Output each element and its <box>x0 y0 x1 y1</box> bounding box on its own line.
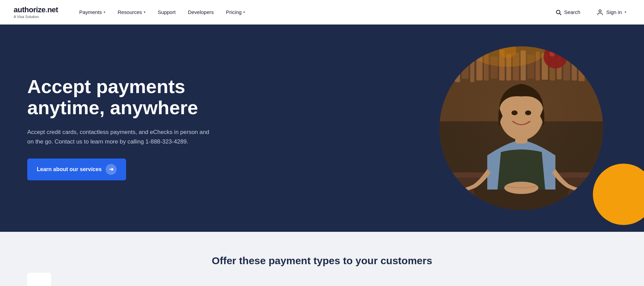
chevron-down-icon: ▾ <box>144 10 145 14</box>
chevron-down-icon: ▾ <box>625 10 626 14</box>
navbar: authorize.net A Visa Solution Payments ▾… <box>0 0 644 25</box>
logo-tagline: A Visa Solution <box>14 15 58 19</box>
nav-label-resources: Resources <box>118 9 142 15</box>
nav-label-support: Support <box>158 9 176 15</box>
search-label: Search <box>564 9 581 15</box>
svg-rect-5 <box>446 53 453 80</box>
hero-description: Accept credit cards, contactless payment… <box>27 127 211 146</box>
learn-services-button[interactable]: Learn about our services ➜ <box>27 159 126 180</box>
nav-item-support[interactable]: Support <box>153 6 181 18</box>
hero-image-area <box>440 46 603 210</box>
nav-label-pricing: Pricing <box>226 9 242 15</box>
hero-content: Accept payments anytime, anywhere Accept… <box>0 49 239 208</box>
cta-label: Learn about our services <box>37 166 102 172</box>
chevron-down-icon: ▾ <box>243 10 245 14</box>
logo-text: authorize.net <box>14 5 58 14</box>
signin-button[interactable]: Sign in ▾ <box>593 6 630 18</box>
user-icon <box>597 9 603 16</box>
svg-rect-38 <box>440 46 603 210</box>
payment-types-title: Offer these payment types to your custom… <box>212 255 432 267</box>
nav-right: Search Sign in ▾ <box>551 6 630 18</box>
hero-title: Accept payments anytime, anywhere <box>27 76 211 118</box>
bottom-section: Offer these payment types to your custom… <box>0 232 644 286</box>
logo-name: authorize.net <box>14 5 58 14</box>
svg-line-1 <box>559 13 561 15</box>
hero-image-svg <box>440 46 603 210</box>
search-icon <box>555 9 562 15</box>
nav-items: Payments ▾ Resources ▾ Support Developer… <box>74 6 551 18</box>
nav-label-payments: Payments <box>79 9 102 15</box>
nav-label-developers: Developers <box>188 9 214 15</box>
hero-image-circle <box>440 46 603 210</box>
arrow-right-icon: ➜ <box>106 164 117 175</box>
svg-rect-24 <box>587 55 592 79</box>
svg-point-0 <box>556 10 560 14</box>
svg-point-2 <box>599 10 601 12</box>
nav-item-pricing[interactable]: Pricing ▾ <box>221 6 250 18</box>
white-card-hint <box>27 273 51 286</box>
svg-rect-25 <box>593 52 600 80</box>
nav-item-payments[interactable]: Payments ▾ <box>74 6 110 18</box>
hero-section: Accept payments anytime, anywhere Accept… <box>0 25 644 232</box>
signin-label: Sign in <box>606 9 622 15</box>
logo[interactable]: authorize.net A Visa Solution <box>14 5 58 19</box>
nav-item-resources[interactable]: Resources ▾ <box>113 6 150 18</box>
nav-item-developers[interactable]: Developers <box>183 6 218 18</box>
search-button[interactable]: Search <box>551 6 585 18</box>
chevron-down-icon: ▾ <box>104 10 105 14</box>
